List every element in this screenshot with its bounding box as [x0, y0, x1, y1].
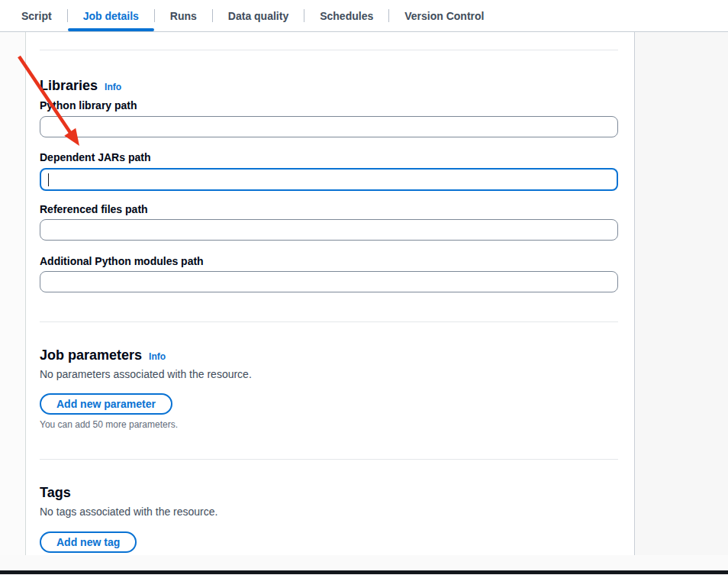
libraries-section-header: Libraries Info [40, 78, 121, 94]
python-library-path-input[interactable] [40, 116, 618, 137]
add-new-parameter-button[interactable]: Add new parameter [40, 393, 172, 415]
libraries-info-link[interactable]: Info [105, 82, 121, 92]
tab-bar: Script Job details Runs Data quality Sch… [0, 0, 728, 32]
referenced-files-path-label: Referenced files path [40, 203, 148, 215]
tab-label: Job details [83, 10, 139, 22]
tab-label: Data quality [228, 10, 288, 22]
job-parameters-info-link[interactable]: Info [149, 351, 166, 362]
tab-version-control[interactable]: Version Control [389, 0, 499, 32]
dependent-jars-path-input[interactable] [40, 168, 618, 191]
section-divider [40, 321, 618, 322]
tab-label: Script [21, 10, 52, 22]
window-bottom-edge [0, 570, 728, 574]
tab-schedules[interactable]: Schedules [304, 0, 388, 32]
tab-runs[interactable]: Runs [155, 0, 212, 32]
tab-data-quality[interactable]: Data quality [213, 0, 304, 32]
tags-empty-text: No tags associated with the resource. [40, 506, 217, 518]
job-parameters-title: Job parameters [40, 347, 142, 363]
job-parameters-empty-text: No parameters associated with the resour… [40, 368, 252, 380]
left-panel-edge [0, 32, 26, 555]
additional-python-modules-path-input[interactable] [40, 271, 618, 292]
additional-python-modules-path-label: Additional Python modules path [40, 255, 204, 267]
tags-title: Tags [40, 485, 71, 501]
dependent-jars-path-label: Dependent JARs path [40, 151, 150, 163]
page-bottom-background [0, 555, 728, 570]
collapsed-side-panel [634, 32, 728, 555]
tab-label: Schedules [320, 10, 373, 22]
glue-job-details-page: Script Job details Runs Data quality Sch… [0, 0, 728, 575]
job-parameters-section-header: Job parameters Info [40, 347, 166, 363]
tab-label: Runs [170, 10, 197, 22]
python-library-path-label: Python library path [40, 99, 137, 111]
section-divider [40, 50, 618, 50]
tab-job-details[interactable]: Job details [68, 0, 154, 32]
referenced-files-path-input[interactable] [40, 219, 618, 241]
tab-script[interactable]: Script [6, 0, 67, 32]
add-new-tag-button[interactable]: Add new tag [40, 531, 137, 553]
libraries-title: Libraries [40, 78, 98, 94]
parameters-limit-hint: You can add 50 more parameters. [40, 419, 178, 430]
tags-section-header: Tags [40, 485, 71, 501]
tab-label: Version Control [404, 10, 484, 22]
active-tab-underline [68, 28, 154, 31]
section-divider [40, 459, 618, 460]
text-cursor [48, 173, 49, 186]
